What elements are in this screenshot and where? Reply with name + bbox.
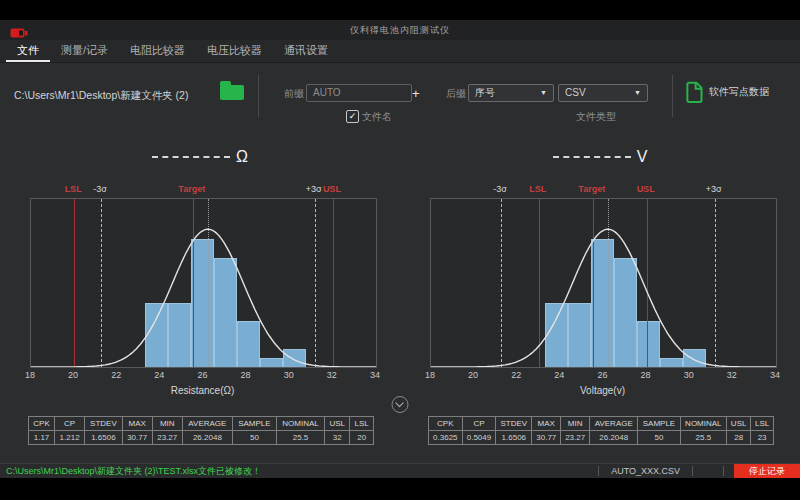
- stats-header-cell: MIN: [152, 417, 182, 431]
- stats-value-row: 1.171.2121.650630.7723.2726.20485025.532…: [29, 431, 374, 445]
- voltage-chart-panel: V -3σLSLTargetUSL+3σ 182022242628303234 …: [402, 128, 798, 464]
- LSL-label: LSL: [529, 184, 546, 194]
- window-title: 仪利得电池内阻测试仪: [350, 24, 450, 37]
- tab-measure-record[interactable]: 测量/记录: [50, 40, 119, 62]
- x-axis-ticks: 182022242628303234: [30, 370, 375, 380]
- chart-legend: Ω: [2, 148, 398, 166]
- x-tick-label: 20: [68, 370, 78, 380]
- status-divider: [692, 466, 693, 476]
- stats-value-cell: 30.77: [122, 431, 152, 445]
- stats-value-cell: 23.27: [152, 431, 182, 445]
- x-tick-label: 18: [25, 370, 35, 380]
- Target-label: Target: [178, 184, 205, 194]
- stats-header-cell: MAX: [532, 417, 561, 431]
- suffix-dropdown[interactable]: 序号 ▼: [468, 84, 554, 102]
- -3σ-label: -3σ: [93, 184, 107, 194]
- stats-header-cell: USL: [727, 417, 751, 431]
- filename-checkbox[interactable]: ✓: [346, 110, 359, 123]
- stats-header-cell: CPK: [29, 417, 55, 431]
- x-tick-label: 20: [468, 370, 478, 380]
- stats-header-cell: SAMPLE: [638, 417, 680, 431]
- Target-label: Target: [578, 184, 605, 194]
- x-tick-label: 34: [770, 370, 780, 380]
- resistance-chart-panel: Ω LSL-3σTarget+3σUSL 182022242628303234 …: [2, 128, 398, 464]
- prefix-input[interactable]: AUTO: [306, 84, 412, 102]
- x-axis-title: Voltage(v): [430, 385, 775, 396]
- stats-value-cell: 25.5: [680, 431, 726, 445]
- stats-header-row: CPKCPSTDEVMAXMINAVERAGESAMPLENOMINALUSLL…: [29, 417, 374, 431]
- stats-value-row: 0.36250.50491.650630.7723.2726.20485025.…: [429, 431, 774, 445]
- stats-value-cell: 26.2048: [182, 431, 232, 445]
- stats-header-row: CPKCPSTDEVMAXMINAVERAGESAMPLENOMINALUSLL…: [429, 417, 774, 431]
- export-data-button[interactable]: 软件写点数据: [684, 81, 769, 103]
- stats-header-cell: NOMINAL: [680, 417, 726, 431]
- stats-value-cell: 23.27: [561, 431, 590, 445]
- battery-logo-icon: [10, 25, 28, 43]
- x-tick-label: 24: [554, 370, 564, 380]
- stats-header-cell: MIN: [561, 417, 590, 431]
- tab-resistance-comparator[interactable]: 电阻比较器: [119, 40, 196, 62]
- charts-area: Ω LSL-3σTarget+3σUSL 182022242628303234 …: [0, 128, 800, 464]
- stats-header-cell: SAMPLE: [232, 417, 276, 431]
- marker-label-row: -3σLSLTargetUSL+3σ: [430, 184, 775, 196]
- +3σ-label: +3σ: [706, 184, 722, 194]
- stats-value-cell: 50: [232, 431, 276, 445]
- stats-value-cell: 0.3625: [429, 431, 463, 445]
- plot-area: [30, 198, 377, 368]
- tab-comm-settings[interactable]: 通讯设置: [273, 40, 339, 62]
- x-axis-ticks: 182022242628303234: [430, 370, 775, 380]
- collapse-expander-button[interactable]: [392, 396, 409, 413]
- chart-unit-label: V: [637, 148, 648, 166]
- x-tick-label: 34: [370, 370, 380, 380]
- x-tick-label: 24: [154, 370, 164, 380]
- normal-curve: [31, 199, 376, 367]
- export-button-label: 软件写点数据: [709, 85, 769, 99]
- filename-checkbox-label: 文件名: [362, 110, 392, 124]
- stats-header-cell: CPK: [429, 417, 463, 431]
- plot-area: [430, 198, 777, 368]
- x-tick-label: 26: [597, 370, 607, 380]
- stats-header-cell: STDEV: [85, 417, 122, 431]
- marker-label-row: LSL-3σTarget+3σUSL: [30, 184, 375, 196]
- status-bar: C:\Users\Mr1\Desktop\新建文件夹 (2)\TEST.xlsx…: [0, 463, 800, 478]
- tab-voltage-comparator[interactable]: 电压比较器: [196, 40, 273, 62]
- x-tick-label: 30: [284, 370, 294, 380]
- open-folder-button[interactable]: [220, 81, 246, 100]
- chart-unit-label: Ω: [236, 148, 248, 166]
- toolbar: C:\Users\Mr1\Desktop\新建文件夹 (2) 前缀 AUTO +…: [0, 63, 800, 130]
- app-window: 仪利得电池内阻测试仪 文件 测量/记录 电阻比较器 电压比较器 通讯设置 C:\…: [0, 20, 800, 478]
- chevron-down-icon: ▼: [540, 85, 547, 101]
- stats-value-cell: 20: [350, 431, 374, 445]
- stats-header-cell: USL: [325, 417, 350, 431]
- tab-file[interactable]: 文件: [6, 40, 50, 62]
- x-tick-label: 30: [684, 370, 694, 380]
- stats-value-cell: 1.6506: [85, 431, 122, 445]
- x-tick-label: 32: [327, 370, 337, 380]
- stats-value-cell: 26.2048: [590, 431, 638, 445]
- stats-header-cell: MAX: [122, 417, 152, 431]
- suffix-label: 后缀: [446, 87, 466, 101]
- menu-bar: 文件 测量/记录 电阻比较器 电压比较器 通讯设置: [0, 40, 800, 63]
- stats-header-cell: CP: [462, 417, 496, 431]
- x-axis-title: Resistance(Ω): [30, 385, 375, 396]
- stats-value-cell: 0.5049: [462, 431, 496, 445]
- spreadsheet-file-icon: [684, 81, 704, 103]
- stats-value-cell: 30.77: [532, 431, 561, 445]
- normal-curve: [431, 199, 776, 367]
- stats-value-cell: 50: [638, 431, 680, 445]
- stop-record-button[interactable]: 停止记录: [734, 464, 800, 478]
- toolbar-divider: [672, 75, 673, 117]
- stats-header-cell: CP: [55, 417, 85, 431]
- filetype-dropdown[interactable]: CSV ▼: [558, 84, 648, 102]
- stats-table: CPKCPSTDEVMAXMINAVERAGESAMPLENOMINALUSLL…: [28, 416, 374, 445]
- x-tick-label: 32: [727, 370, 737, 380]
- stats-value-cell: 28: [727, 431, 751, 445]
- chevron-down-icon: ▼: [634, 85, 641, 101]
- stats-table: CPKCPSTDEVMAXMINAVERAGESAMPLENOMINALUSLL…: [428, 416, 774, 445]
- stats-header-cell: AVERAGE: [590, 417, 638, 431]
- curve-legend-line: [152, 156, 230, 158]
- toolbar-divider: [258, 75, 259, 117]
- +3σ-label: +3σ: [306, 184, 322, 194]
- x-tick-label: 28: [641, 370, 651, 380]
- stats-header-cell: LSL: [350, 417, 374, 431]
